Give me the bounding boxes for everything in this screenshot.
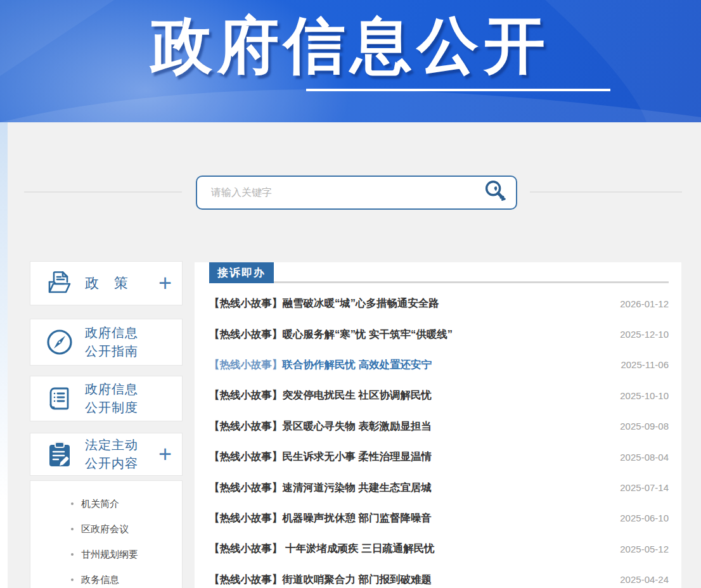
sidebar-submenu: 机关简介 区政府会议 甘州规划纲要 政务信息 [30,480,183,588]
item-date: 2025-05-12 [620,544,669,554]
item-title: 街道吹哨聚合力 部门报到破难题 [283,573,432,585]
item-title: 民生诉求无小事 柔性治理显温情 [283,451,432,462]
item-date: 2025-10-10 [620,390,669,401]
item-date: 2025-08-04 [620,452,669,463]
title-underline-decoration [306,89,610,91]
news-list-item[interactable]: 【热线小故事】民生诉求无小事 柔性治理显温情 2025-08-04 [209,442,669,472]
item-prefix: 【热线小故事】 [209,542,283,554]
search-box [196,176,517,210]
sidebar-item-label: 政府信息 公开指南 [85,324,138,361]
bullet-dot-icon [71,578,74,581]
bullet-dot-icon [71,502,74,505]
sidebar-item-label: 政 策 [85,273,129,293]
item-prefix: 【热线小故事】 [209,420,283,431]
submenu-item-planning-outline[interactable]: 甘州规划纲要 [30,542,182,567]
item-prefix: 【热线小故事】 [209,482,283,493]
item-title: 突发停电扰民生 社区协调解民忧 [283,389,432,400]
submenu-item-gov-info[interactable]: 政务信息 [30,567,182,588]
search-button[interactable] [474,177,516,208]
news-list-item[interactable]: 【热线小故事】 十年淤堵成顽疾 三日疏通解民忧 2025-05-12 [209,534,669,564]
item-date: 2025-12-10 [620,329,669,340]
item-prefix: 【热线小故事】 [209,573,283,585]
sidebar-item-disclosure-guide[interactable]: 政府信息 公开指南 [30,319,183,366]
news-list: 【热线小故事】融雪破冰暖“城”心多措畅通安全路 2026-01-12 【热线小故… [209,288,669,588]
search-key-icon [482,179,508,207]
submenu-item-agency-intro[interactable]: 机关简介 [30,491,182,516]
submenu-item-label: 区政府会议 [81,523,129,535]
page: 政府信息公开 [0,0,701,588]
news-list-item[interactable]: 【热线小故事】融雪破冰暖“城”心多措畅通安全路 2026-01-12 [209,288,669,319]
compass-icon [44,327,75,357]
submenu-item-district-meetings[interactable]: 区政府会议 [30,516,182,542]
news-list-item[interactable]: 【热线小故事】暖心服务解“寒”忧 实干筑牢“供暖线” 2025-12-10 [209,319,669,349]
item-title: 景区暖心寻失物 表彰激励显担当 [283,420,432,431]
news-panel: 接诉即办 【热线小故事】融雪破冰暖“城”心多措畅通安全路 2026-01-12 … [195,262,681,588]
item-date: 2025-11-06 [621,359,669,370]
item-title: 联合协作解民忧 高效处置还安宁 [283,359,432,370]
news-list-item[interactable]: 【热线小故事】机器噪声扰休憩 部门监督降噪音 2025-06-10 [209,503,669,534]
clipboard-pencil-icon [44,439,75,470]
item-title: 速清河道污染物 共建生态宜居城 [283,482,432,493]
item-prefix: 【热线小故事】 [209,451,283,462]
item-title: 融雪破冰暖“城”心多措畅通安全路 [283,297,440,309]
item-title: 十年淤堵成顽疾 三日疏通解民忧 [283,542,435,554]
divider-right [530,191,682,193]
news-list-item[interactable]: 【热线小故事】景区暖心寻失物 表彰激励显担当 2025-09-08 [209,411,669,442]
sidebar-item-policy[interactable]: 政 策 + [30,261,183,305]
page-title: 政府信息公开 [0,5,701,88]
item-title: 暖心服务解“寒”忧 实干筑牢“供暖线” [283,328,453,340]
sidebar-item-statutory-disclosure[interactable]: 法定主动 公开内容 + [30,433,183,476]
item-prefix: 【热线小故事】 [209,389,283,400]
tab-complaint-handling[interactable]: 接诉即办 [209,262,274,283]
tab-bar: 接诉即办 [209,262,669,283]
expand-plus-icon[interactable]: + [158,272,172,295]
ledger-book-icon [44,383,75,414]
item-date: 2025-06-10 [620,513,669,523]
bullet-dot-icon [71,553,74,556]
search-input[interactable] [197,187,474,198]
bullet-dot-icon [71,528,74,530]
folder-document-icon [44,268,75,298]
expand-plus-icon[interactable]: + [158,443,172,466]
item-title: 机器噪声扰休憩 部门监督降噪音 [283,512,432,523]
news-list-item[interactable]: 【热线小故事】速清河道污染物 共建生态宜居城 2025-07-14 [209,472,669,502]
submenu-item-label: 政务信息 [81,574,119,586]
content-background: 政 策 + 政府信息 公开指南 [8,122,701,588]
item-prefix: 【热线小故事】 [209,328,283,340]
item-date: 2025-09-08 [620,421,669,431]
news-list-item[interactable]: 【热线小故事】街道吹哨聚合力 部门报到破难题 2025-04-24 [209,565,669,588]
item-date: 2025-07-14 [620,482,669,493]
sidebar-item-disclosure-system[interactable]: 政府信息 公开制度 [30,376,183,421]
sidebar-item-label: 政府信息 公开制度 [85,380,138,417]
divider-left [24,191,182,193]
item-prefix: 【热线小故事】 [209,512,283,523]
item-prefix: 【热线小故事】 [209,359,283,370]
item-date: 2025-04-24 [620,574,669,585]
item-date: 2026-01-12 [620,298,669,309]
item-prefix: 【热线小故事】 [209,297,283,309]
page-banner: 政府信息公开 [0,0,701,122]
sidebar-item-label: 法定主动 公开内容 [85,436,138,473]
news-list-item[interactable]: 【热线小故事】突发停电扰民生 社区协调解民忧 2025-10-10 [209,380,669,411]
submenu-item-label: 甘州规划纲要 [81,549,138,561]
news-list-item[interactable]: 【热线小故事】联合协作解民忧 高效处置还安宁 2025-11-06 [209,350,669,380]
submenu-item-label: 机关简介 [81,498,119,510]
